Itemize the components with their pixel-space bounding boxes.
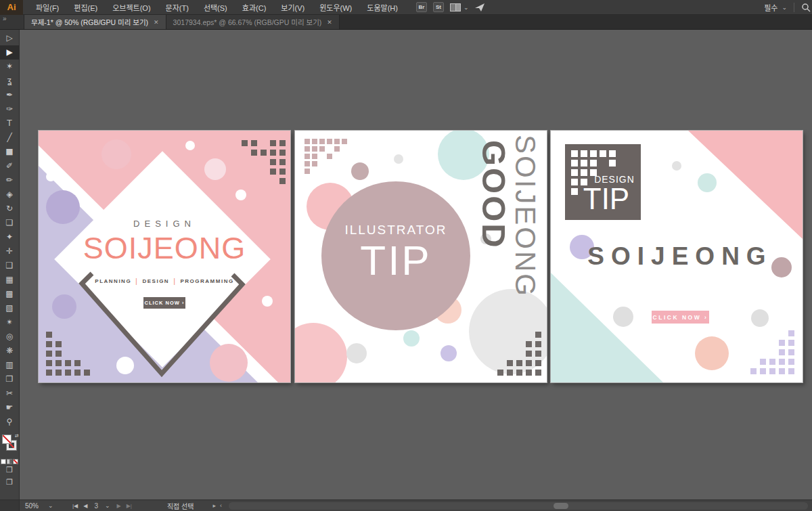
screen-mode-button[interactable]: ❐ bbox=[6, 476, 13, 489]
line-segment-tool[interactable]: ╱ bbox=[0, 131, 20, 145]
paintbrush-tool[interactable]: ✐ bbox=[0, 159, 20, 173]
last-artboard-button[interactable]: ▶| bbox=[127, 503, 132, 509]
tab-untitled-1[interactable]: 무제-1* @ 50% (RGB/GPU 미리 보기) ✕ bbox=[24, 15, 166, 29]
eyedropper-tool[interactable]: ✴ bbox=[0, 315, 20, 330]
artboard-illustrator-tip[interactable]: ILLUSTRATOR TIP GOOD SOIJEONG bbox=[295, 131, 547, 382]
menu-view[interactable]: 보기(V) bbox=[273, 0, 312, 14]
direct-selection-tool[interactable]: ▶ bbox=[0, 45, 20, 60]
tools-panel-header[interactable]: » bbox=[0, 15, 24, 29]
close-icon[interactable]: ✕ bbox=[327, 19, 332, 26]
scale-tool[interactable]: ❏ bbox=[0, 216, 20, 230]
type-tool[interactable]: T bbox=[0, 116, 20, 131]
magic-wand-tool[interactable]: ✶ bbox=[0, 60, 20, 74]
banner-title: SOIJEONG bbox=[39, 231, 290, 266]
click-now-button: CLICK NOW › bbox=[652, 311, 709, 324]
zoom-level-value: 50% bbox=[25, 502, 39, 510]
menu-file[interactable]: 파일(F) bbox=[28, 0, 66, 14]
zoom-tool[interactable]: ⚲ bbox=[0, 415, 20, 429]
lasso-tool[interactable]: ʓ bbox=[0, 74, 20, 88]
curvature-tool[interactable]: ✑ bbox=[0, 102, 20, 116]
first-artboard-button[interactable]: |◀ bbox=[72, 503, 78, 509]
previous-artboard-button[interactable]: ◀ bbox=[83, 503, 87, 509]
gradient-button[interactable] bbox=[7, 459, 12, 464]
deco-circle bbox=[394, 154, 403, 164]
banner-title: TIP bbox=[321, 236, 470, 284]
document-canvas[interactable]: DESIGN SOIJEONG PLANNING|DESIGN|PROGRAMM… bbox=[20, 30, 812, 499]
artboard-navigation: |◀ ◀ 3 ⌄ ▶ ▶| bbox=[68, 502, 136, 510]
click-now-button: CLICK NOW › bbox=[143, 297, 185, 309]
search-icon[interactable] bbox=[801, 3, 811, 12]
statusbar-options: ▸ ‹ bbox=[212, 502, 222, 509]
menu-bar: Ai 파일(F) 편집(E) 오브젝트(O) 문자(T) 선택(S) 효과(C)… bbox=[0, 0, 812, 15]
pen-tool[interactable]: ✒ bbox=[0, 88, 20, 102]
vertical-text-soijeong: SOIJEONG bbox=[509, 135, 541, 298]
swap-fill-stroke-icon[interactable]: ⇄ bbox=[15, 433, 19, 439]
main-menu: 파일(F) 편집(E) 오브젝트(O) 문자(T) 선택(S) 효과(C) 보기… bbox=[28, 0, 405, 14]
color-button[interactable] bbox=[1, 459, 6, 464]
blend-tool[interactable]: ◎ bbox=[0, 330, 20, 344]
selection-tool[interactable]: ▷ bbox=[0, 31, 20, 45]
chevron-down-icon: ⌄ bbox=[105, 502, 110, 509]
menu-window[interactable]: 윈도우(W) bbox=[312, 0, 359, 14]
illustrator-window: Ai 파일(F) 편집(E) 오브젝트(O) 문자(T) 선택(S) 효과(C)… bbox=[0, 0, 812, 511]
artboard-number-dropdown[interactable]: 3 ⌄ bbox=[93, 502, 111, 510]
workspace-switcher[interactable]: 필수 ⌄ bbox=[764, 2, 787, 13]
none-button[interactable] bbox=[13, 459, 18, 464]
stock-button[interactable]: St bbox=[433, 2, 444, 12]
symbol-sprayer-tool[interactable]: ❋ bbox=[0, 344, 20, 358]
statusbar-collapse-arrow-icon[interactable]: ‹ bbox=[220, 502, 222, 509]
status-bar: 50% ⌄ |◀ ◀ 3 ⌄ ▶ ▶| 직접 선택 ▸ ‹ bbox=[0, 499, 812, 511]
service-planning: PLANNING bbox=[95, 278, 131, 284]
collapse-panel-icon: » bbox=[3, 16, 7, 22]
column-graph-tool[interactable]: ▥ bbox=[0, 358, 20, 372]
horizontal-scrollbar[interactable] bbox=[229, 502, 808, 510]
menubar-right: 필수 ⌄ bbox=[764, 2, 812, 13]
vertical-text-good: GOOD bbox=[475, 140, 513, 250]
width-tool[interactable]: ✦ bbox=[0, 230, 20, 244]
document-tab-bar: » 무제-1* @ 50% (RGB/GPU 미리 보기) ✕ 3017934.… bbox=[0, 15, 812, 30]
horizontal-scrollbar-thumb[interactable] bbox=[554, 503, 568, 509]
tab-title: 3017934.eps* @ 66.67% (RGB/GPU 미리 보기) bbox=[173, 17, 322, 27]
menu-effect[interactable]: 효과(C) bbox=[235, 0, 274, 14]
puppet-warp-tool[interactable]: ✛ bbox=[0, 244, 20, 259]
separator: | bbox=[131, 277, 142, 285]
deco-circle bbox=[695, 336, 729, 370]
divider bbox=[794, 3, 794, 12]
menu-object[interactable]: 오브젝트(O) bbox=[105, 0, 158, 14]
next-artboard-button[interactable]: ▶ bbox=[117, 503, 121, 509]
design-tip-badge: DESIGN TIP bbox=[565, 144, 641, 220]
menu-edit[interactable]: 편집(E) bbox=[66, 0, 105, 14]
mesh-tool[interactable]: ▩ bbox=[0, 287, 20, 301]
arrange-documents-button[interactable]: ⌄ bbox=[450, 3, 469, 12]
drawing-mode-button[interactable]: ❒ bbox=[6, 464, 13, 476]
deco-circle bbox=[751, 309, 769, 327]
fill-swatch[interactable] bbox=[2, 435, 12, 444]
slice-tool[interactable]: ✂ bbox=[0, 386, 20, 401]
current-tool-label: 직접 선택 bbox=[167, 501, 194, 511]
bridge-button[interactable]: Br bbox=[416, 2, 427, 12]
gradient-tool[interactable]: ▧ bbox=[0, 301, 20, 315]
menu-help[interactable]: 도움말(H) bbox=[359, 0, 405, 14]
close-icon[interactable]: ✕ bbox=[154, 19, 159, 26]
shaper-tool[interactable]: ✏ bbox=[0, 173, 20, 187]
perspective-grid-tool[interactable]: ▦ bbox=[0, 273, 20, 287]
share-icon[interactable] bbox=[474, 3, 485, 12]
artboard-tool[interactable]: ❐ bbox=[0, 372, 20, 386]
shape-builder-tool[interactable]: ❑ bbox=[0, 259, 20, 273]
statusbar-menu-arrow-icon[interactable]: ▸ bbox=[212, 502, 216, 509]
artboard-design-tip-soijeong[interactable]: DESIGN TIP SOIJEONG CLICK NOW › bbox=[551, 131, 803, 382]
workspace-label: 필수 bbox=[764, 2, 777, 13]
menu-type[interactable]: 문자(T) bbox=[158, 0, 196, 14]
hand-tool[interactable]: ☛ bbox=[0, 401, 20, 415]
rectangle-tool[interactable]: ■ bbox=[0, 145, 20, 159]
chevron-down-icon: ⌄ bbox=[782, 4, 787, 11]
tab-3017934-eps[interactable]: 3017934.eps* @ 66.67% (RGB/GPU 미리 보기) ✕ bbox=[166, 15, 340, 29]
artboard-design-soijeong[interactable]: DESIGN SOIJEONG PLANNING|DESIGN|PROGRAMM… bbox=[39, 131, 290, 382]
zoom-level-dropdown[interactable]: 50% ⌄ bbox=[20, 502, 68, 510]
eraser-tool[interactable]: ◈ bbox=[0, 187, 20, 202]
menu-select[interactable]: 선택(S) bbox=[196, 0, 235, 14]
rotate-tool[interactable]: ↻ bbox=[0, 202, 20, 216]
statusbar-corner bbox=[0, 500, 20, 511]
fill-stroke-controls: ⇄ bbox=[0, 433, 20, 456]
chevron-down-icon: ⌄ bbox=[464, 4, 469, 11]
